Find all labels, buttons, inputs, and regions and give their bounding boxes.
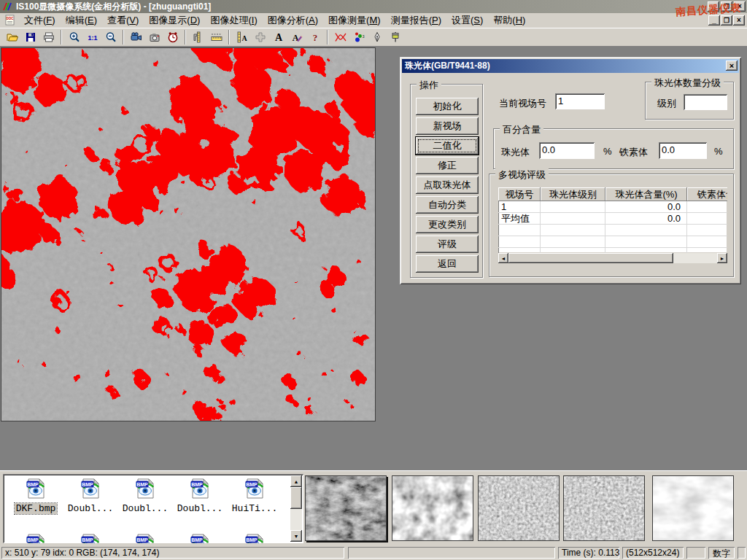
correct-button[interactable]: 修正 bbox=[416, 157, 479, 174]
col-header-view[interactable]: 视场号 bbox=[498, 187, 541, 201]
table-row[interactable]: 1 0.0 bbox=[498, 201, 727, 213]
camera-capture-button[interactable] bbox=[145, 29, 163, 45]
scrollbar-thumb[interactable] bbox=[508, 253, 673, 263]
file-item[interactable]: Doubl... bbox=[118, 477, 172, 514]
file-name: DKF.bmp bbox=[15, 503, 58, 514]
particle-tool-button[interactable]: 3 bbox=[349, 29, 368, 45]
ferrite-percent-input[interactable]: 0.0 bbox=[659, 142, 707, 159]
menu-image-process[interactable]: 图像处理(I) bbox=[205, 12, 262, 28]
menu-image-measure[interactable]: 图像测量(M) bbox=[323, 12, 386, 28]
text-edit-button[interactable]: A bbox=[287, 29, 306, 45]
dialog-title-bar[interactable]: 珠光体(GB/T9441-88) × bbox=[402, 59, 739, 73]
menu-view[interactable]: 查看(V) bbox=[102, 12, 144, 28]
bmp-file-icon bbox=[79, 532, 102, 543]
file-item[interactable] bbox=[63, 532, 117, 543]
close-button[interactable]: × bbox=[734, 1, 746, 12]
thumbnail-1[interactable] bbox=[305, 475, 387, 541]
thumbnail-2[interactable] bbox=[392, 475, 473, 541]
scroll-down-button[interactable]: ▼ bbox=[290, 530, 302, 542]
current-view-input[interactable]: 1 bbox=[555, 93, 605, 109]
grade-button[interactable]: 评级 bbox=[416, 236, 479, 253]
file-item[interactable]: DKF.bmp bbox=[9, 477, 63, 514]
minimize-button[interactable]: _ bbox=[708, 1, 719, 12]
menu-measure-report[interactable]: 测量报告(P) bbox=[386, 12, 446, 28]
pearlite-percent-input[interactable]: 0.0 bbox=[539, 142, 595, 159]
bmp-file-icon bbox=[24, 477, 47, 500]
scroll-left-button[interactable]: ◄ bbox=[498, 253, 508, 263]
menu-edit[interactable]: 编辑(E) bbox=[61, 12, 102, 28]
measure-text-button[interactable]: A bbox=[233, 29, 251, 45]
pearlite-dialog[interactable]: 珠光体(GB/T9441-88) × 操作 初始化 新视场 二值化 修正 点取珠… bbox=[400, 57, 741, 284]
bmp-file-icon bbox=[188, 477, 212, 500]
table-hscrollbar[interactable]: ◄ ► bbox=[498, 253, 727, 263]
menu-image-display[interactable]: 图像显示(D) bbox=[144, 12, 205, 28]
title-bar[interactable]: IS100显微摄像系统(金相分析版) - [zhuguangti01] _ ❐ … bbox=[0, 0, 747, 13]
text-tool-button[interactable]: A bbox=[269, 29, 287, 45]
thumbnail-3[interactable] bbox=[478, 475, 560, 541]
file-item[interactable] bbox=[9, 532, 63, 543]
cell-view: 平均值 bbox=[498, 213, 541, 224]
col-header-pearlite-pct[interactable]: 珠光体含量(%) bbox=[605, 187, 687, 201]
file-item[interactable] bbox=[118, 532, 172, 543]
pen-tool-button[interactable] bbox=[368, 29, 386, 45]
file-item[interactable]: Doubl... bbox=[173, 477, 227, 514]
document-icon: DOC bbox=[4, 15, 16, 26]
col-header-ferrite-pct[interactable]: 铁素体含量(%) bbox=[687, 187, 727, 201]
file-item[interactable] bbox=[173, 532, 227, 543]
caliper-measure-button[interactable] bbox=[189, 29, 207, 45]
menu-image-analysis[interactable]: 图像分析(A) bbox=[263, 12, 323, 28]
restore-button[interactable]: ❐ bbox=[721, 1, 732, 12]
pick-pearlite-button[interactable]: 点取珠光体 bbox=[416, 176, 479, 194]
move-tool-button[interactable] bbox=[251, 29, 269, 45]
measure-text-icon: A bbox=[236, 31, 248, 43]
print-button[interactable] bbox=[39, 29, 58, 45]
table-row[interactable]: 平均值 0.0 bbox=[498, 213, 727, 225]
thumbnail-5[interactable] bbox=[652, 475, 734, 541]
grade-input[interactable] bbox=[684, 94, 727, 110]
mdi-minimize-button[interactable]: _ bbox=[708, 15, 720, 26]
toolbar-separator bbox=[228, 30, 230, 44]
particles-icon: 3 bbox=[352, 31, 365, 43]
file-list-scrollbar[interactable]: ▲ ▼ bbox=[290, 475, 302, 542]
file-item[interactable] bbox=[228, 532, 282, 543]
return-button[interactable]: 返回 bbox=[416, 255, 479, 273]
col-header-grade[interactable]: 珠光体级别 bbox=[541, 187, 605, 201]
change-class-button[interactable]: 更改类别 bbox=[416, 216, 479, 233]
mdi-close-button[interactable]: × bbox=[733, 15, 745, 26]
cell-ferrite-pct bbox=[687, 201, 727, 212]
help-button[interactable]: ? bbox=[306, 29, 324, 45]
menu-help[interactable]: 帮助(H) bbox=[488, 12, 530, 28]
new-view-button[interactable]: 新视场 bbox=[416, 117, 479, 135]
zoom-out-button[interactable] bbox=[101, 29, 120, 45]
file-item[interactable]: HuiTi... bbox=[228, 477, 282, 514]
toolbar-separator bbox=[61, 30, 62, 44]
initialize-button[interactable]: 初始化 bbox=[416, 98, 479, 115]
scroll-right-button[interactable]: ► bbox=[717, 253, 727, 263]
timer-button[interactable] bbox=[163, 29, 182, 45]
current-view-label: 当前视场号 bbox=[499, 97, 546, 110]
ruler-measure-button[interactable] bbox=[207, 29, 225, 45]
scrollbar-thumb[interactable] bbox=[290, 487, 302, 509]
menu-file[interactable]: 文件(F) bbox=[19, 12, 61, 28]
dialog-close-button[interactable]: × bbox=[726, 61, 738, 71]
scrollbar-track[interactable] bbox=[673, 253, 717, 263]
video-capture-button[interactable] bbox=[127, 29, 145, 45]
brush-tool-button[interactable] bbox=[386, 29, 404, 45]
mdi-restore-button[interactable]: ❐ bbox=[721, 15, 732, 26]
binarize-button[interactable]: 二值化 bbox=[416, 137, 479, 155]
table-row-empty bbox=[498, 225, 727, 236]
file-item[interactable]: Doubl... bbox=[63, 477, 117, 514]
auto-classify-button[interactable]: 自动分类 bbox=[416, 196, 479, 214]
micrograph-image[interactable] bbox=[1, 47, 376, 421]
spline-tool-button[interactable] bbox=[331, 29, 349, 45]
thumbnail-4[interactable] bbox=[563, 475, 645, 541]
file-browser[interactable]: DKF.bmp Doubl... Doubl... Doubl... HuiTi… bbox=[3, 474, 303, 543]
scroll-up-button[interactable]: ▲ bbox=[290, 475, 302, 487]
menu-settings[interactable]: 设置(S) bbox=[446, 12, 488, 28]
zoom-in-button[interactable] bbox=[65, 29, 83, 45]
save-button[interactable] bbox=[21, 29, 39, 45]
bmp-file-icon bbox=[133, 532, 157, 543]
open-button[interactable] bbox=[3, 29, 21, 45]
multiview-table[interactable]: 视场号 珠光体级别 珠光体含量(%) 铁素体含量(%) 1 0.0 平均值 bbox=[498, 187, 727, 253]
actual-size-button[interactable]: 1:1 bbox=[83, 29, 101, 45]
